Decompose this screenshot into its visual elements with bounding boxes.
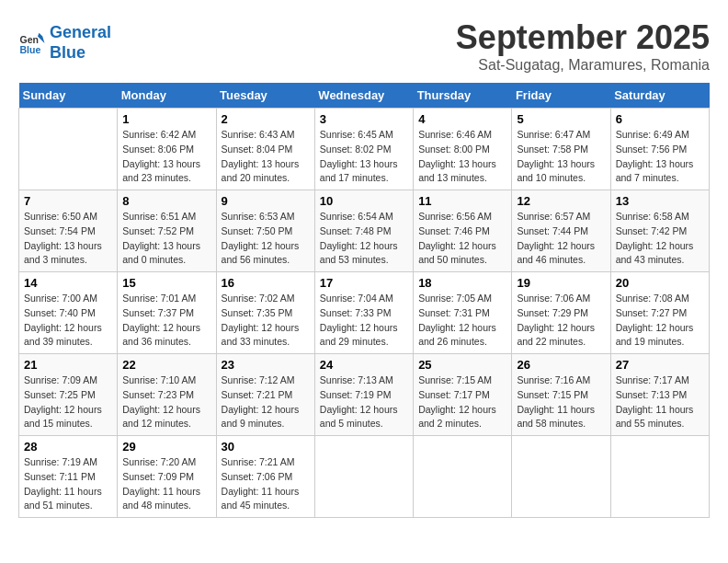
calendar-cell [314,436,413,518]
calendar-cell: 20Sunrise: 7:08 AM Sunset: 7:27 PM Dayli… [610,272,709,354]
day-number: 10 [320,194,408,208]
calendar-table: SundayMondayTuesdayWednesdayThursdayFrid… [18,83,710,518]
day-number: 1 [122,112,210,126]
day-info: Sunrise: 7:08 AM Sunset: 7:27 PM Dayligh… [616,292,704,350]
day-info: Sunrise: 6:50 AM Sunset: 7:54 PM Dayligh… [24,210,112,268]
calendar-cell [512,436,610,518]
day-number: 27 [616,358,704,372]
header-wednesday: Wednesday [314,83,413,109]
day-info: Sunrise: 6:53 AM Sunset: 7:50 PM Dayligh… [222,210,310,268]
calendar-cell: 17Sunrise: 7:04 AM Sunset: 7:33 PM Dayli… [314,272,413,354]
day-info: Sunrise: 7:12 AM Sunset: 7:21 PM Dayligh… [222,373,310,431]
day-info: Sunrise: 6:58 AM Sunset: 7:42 PM Dayligh… [616,210,704,268]
day-info: Sunrise: 6:54 AM Sunset: 7:48 PM Dayligh… [320,210,408,268]
day-number: 16 [222,276,310,290]
day-number: 8 [122,194,210,208]
calendar-cell: 7Sunrise: 6:50 AM Sunset: 7:54 PM Daylig… [19,190,118,272]
header-monday: Monday [118,83,216,109]
calendar-cell: 18Sunrise: 7:05 AM Sunset: 7:31 PM Dayli… [414,272,512,354]
calendar-cell: 23Sunrise: 7:12 AM Sunset: 7:21 PM Dayli… [216,354,314,436]
calendar-cell: 4Sunrise: 6:46 AM Sunset: 8:00 PM Daylig… [414,109,512,190]
day-number: 17 [320,276,408,290]
day-number: 18 [418,276,506,290]
day-number: 29 [122,440,210,454]
calendar-header-row: SundayMondayTuesdayWednesdayThursdayFrid… [19,83,710,109]
logo-text-line2: Blue [50,43,111,63]
header-saturday: Saturday [610,83,709,109]
calendar-cell: 29Sunrise: 7:20 AM Sunset: 7:09 PM Dayli… [118,436,216,518]
calendar-cell: 27Sunrise: 7:17 AM Sunset: 7:13 PM Dayli… [610,354,709,436]
day-info: Sunrise: 7:01 AM Sunset: 7:37 PM Dayligh… [122,292,210,350]
day-number: 21 [24,358,112,372]
day-number: 25 [418,358,506,372]
day-number: 7 [24,194,112,208]
calendar-cell: 14Sunrise: 7:00 AM Sunset: 7:40 PM Dayli… [19,272,118,354]
day-info: Sunrise: 7:16 AM Sunset: 7:15 PM Dayligh… [517,373,605,431]
calendar-cell: 15Sunrise: 7:01 AM Sunset: 7:37 PM Dayli… [118,272,216,354]
day-number: 13 [616,194,704,208]
calendar-cell: 19Sunrise: 7:06 AM Sunset: 7:29 PM Dayli… [512,272,610,354]
calendar-cell: 3Sunrise: 6:45 AM Sunset: 8:02 PM Daylig… [314,109,413,190]
day-info: Sunrise: 6:46 AM Sunset: 8:00 PM Dayligh… [418,128,506,186]
calendar-cell: 1Sunrise: 6:42 AM Sunset: 8:06 PM Daylig… [118,109,216,190]
day-info: Sunrise: 7:05 AM Sunset: 7:31 PM Dayligh… [418,292,506,350]
header-friday: Friday [512,83,610,109]
day-info: Sunrise: 6:45 AM Sunset: 8:02 PM Dayligh… [320,128,408,186]
calendar-cell: 12Sunrise: 6:57 AM Sunset: 7:44 PM Dayli… [512,190,610,272]
logo: Gen Blue General Blue [18,23,111,63]
day-number: 5 [517,112,605,126]
calendar-cell: 16Sunrise: 7:02 AM Sunset: 7:35 PM Dayli… [216,272,314,354]
day-number: 28 [24,440,112,454]
day-number: 2 [222,112,310,126]
day-info: Sunrise: 6:57 AM Sunset: 7:44 PM Dayligh… [517,210,605,268]
calendar-cell: 22Sunrise: 7:10 AM Sunset: 7:23 PM Dayli… [118,354,216,436]
calendar-cell: 25Sunrise: 7:15 AM Sunset: 7:17 PM Dayli… [414,354,512,436]
header-tuesday: Tuesday [216,83,314,109]
day-info: Sunrise: 7:20 AM Sunset: 7:09 PM Dayligh… [122,455,210,513]
day-number: 4 [418,112,506,126]
svg-text:Blue: Blue [20,43,41,54]
week-row-1: 7Sunrise: 6:50 AM Sunset: 7:54 PM Daylig… [19,190,710,272]
day-info: Sunrise: 7:00 AM Sunset: 7:40 PM Dayligh… [24,292,112,350]
header-thursday: Thursday [414,83,512,109]
calendar-cell [610,436,709,518]
calendar-cell: 10Sunrise: 6:54 AM Sunset: 7:48 PM Dayli… [314,190,413,272]
week-row-3: 21Sunrise: 7:09 AM Sunset: 7:25 PM Dayli… [19,354,710,436]
day-info: Sunrise: 6:49 AM Sunset: 7:56 PM Dayligh… [616,128,704,186]
svg-marker-2 [38,32,46,42]
day-info: Sunrise: 7:17 AM Sunset: 7:13 PM Dayligh… [616,373,704,431]
title-section: September 2025 Sat-Sugatag, Maramures, R… [456,18,710,74]
calendar-cell: 28Sunrise: 7:19 AM Sunset: 7:11 PM Dayli… [19,436,118,518]
day-info: Sunrise: 7:02 AM Sunset: 7:35 PM Dayligh… [222,292,310,350]
header-sunday: Sunday [19,83,118,109]
day-info: Sunrise: 6:51 AM Sunset: 7:52 PM Dayligh… [122,210,210,268]
location-title: Sat-Sugatag, Maramures, Romania [456,57,710,74]
week-row-0: 1Sunrise: 6:42 AM Sunset: 8:06 PM Daylig… [19,109,710,190]
day-number: 14 [24,276,112,290]
day-info: Sunrise: 7:13 AM Sunset: 7:19 PM Dayligh… [320,373,408,431]
logo-text-line1: General [50,23,111,43]
day-info: Sunrise: 7:15 AM Sunset: 7:17 PM Dayligh… [418,373,506,431]
calendar-cell: 26Sunrise: 7:16 AM Sunset: 7:15 PM Dayli… [512,354,610,436]
day-number: 24 [320,358,408,372]
day-info: Sunrise: 7:09 AM Sunset: 7:25 PM Dayligh… [24,373,112,431]
day-number: 26 [517,358,605,372]
day-info: Sunrise: 6:56 AM Sunset: 7:46 PM Dayligh… [418,210,506,268]
day-info: Sunrise: 6:47 AM Sunset: 7:58 PM Dayligh… [517,128,605,186]
calendar-cell: 6Sunrise: 6:49 AM Sunset: 7:56 PM Daylig… [610,109,709,190]
logo-icon: Gen Blue [18,29,46,57]
day-info: Sunrise: 7:19 AM Sunset: 7:11 PM Dayligh… [24,455,112,513]
calendar-cell: 8Sunrise: 6:51 AM Sunset: 7:52 PM Daylig… [118,190,216,272]
day-info: Sunrise: 7:06 AM Sunset: 7:29 PM Dayligh… [517,292,605,350]
week-row-4: 28Sunrise: 7:19 AM Sunset: 7:11 PM Dayli… [19,436,710,518]
month-title: September 2025 [456,18,710,57]
day-info: Sunrise: 7:21 AM Sunset: 7:06 PM Dayligh… [222,455,310,513]
day-number: 6 [616,112,704,126]
page-header: Gen Blue General Blue September 2025 Sat… [18,18,710,74]
day-number: 3 [320,112,408,126]
calendar-cell: 2Sunrise: 6:43 AM Sunset: 8:04 PM Daylig… [216,109,314,190]
day-number: 11 [418,194,506,208]
calendar-cell: 30Sunrise: 7:21 AM Sunset: 7:06 PM Dayli… [216,436,314,518]
day-number: 15 [122,276,210,290]
calendar-cell [19,109,118,190]
